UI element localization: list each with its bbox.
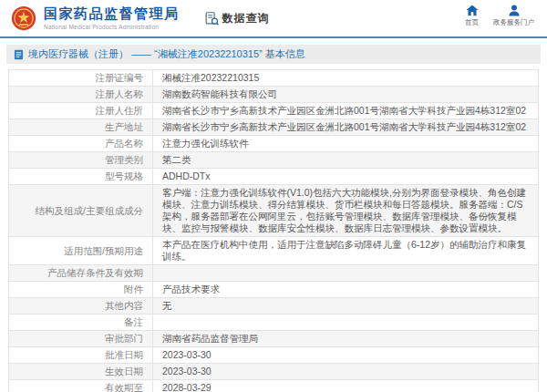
table-row: 生产地址湖南省长沙市宁乡高新技术产业园区金洲北路001号湖南省大学科技产业园4栋…: [9, 119, 539, 136]
row-label: 生效日期: [9, 364, 153, 380]
row-label: 注册证编号: [9, 70, 153, 87]
table-row: 注册人住所湖南省长沙市宁乡高新技术产业园区金洲北路001号湖南省大学科技产业园4…: [9, 103, 539, 119]
row-value: 2023-03-30: [153, 347, 539, 364]
nav-gov-portal-label: 政务服务门户: [493, 18, 534, 27]
row-label: 适用范围/预期用途: [9, 237, 153, 265]
row-value: 注意力强化训练软件: [153, 136, 539, 152]
table-row: 附件产品技术要求: [9, 282, 539, 298]
row-label: 注册人住所: [9, 103, 153, 119]
row-value: 湖南省长沙市宁乡高新技术产业园区金洲北路001号湖南省大学科技产业园4栋312室…: [153, 103, 539, 119]
row-label: 生产地址: [9, 119, 153, 136]
header-nav: 首页 政务服务门户: [465, 5, 534, 27]
page-header: 国家药品监督管理局 National Medical Products Admi…: [0, 0, 547, 38]
row-value: 湖南省药品监督管理局: [153, 331, 539, 347]
row-label: 批准日期: [9, 347, 153, 364]
row-label: 产品储存条件及有效期: [9, 265, 153, 282]
data-query-tab[interactable]: 数据查询: [205, 11, 270, 26]
row-label: 附件: [9, 282, 153, 298]
table-row: 备注: [9, 315, 539, 331]
org-name-en: National Medical Products Administration: [44, 24, 180, 30]
row-value: 第二类: [153, 152, 539, 169]
row-label: 型号规格: [9, 169, 153, 185]
table-row: 审批部门湖南省药品监督管理局: [9, 331, 539, 347]
breadcrumb-text: 境内医疗器械（注册） —— “湘械注准20232210315” 基本信息: [28, 47, 305, 61]
table-row: 生效日期2023-03-30: [9, 364, 539, 380]
row-value: 2023-03-30: [153, 364, 539, 380]
row-label: 备注: [9, 315, 153, 331]
row-label: 审批部门: [9, 331, 153, 347]
table-row: 型号规格ADHD-DTx: [9, 169, 539, 185]
nav-gov-portal[interactable]: 政务服务门户: [493, 5, 534, 27]
row-label: 其他内容: [9, 298, 153, 315]
row-value: [153, 315, 539, 331]
row-value: 产品技术要求: [153, 282, 539, 298]
user-icon: [508, 5, 521, 16]
row-value: 客户端：注意力强化训练软件(V1.0)包括六大功能模块,分别为界面登录模块、角色…: [153, 185, 539, 237]
row-value: [153, 265, 539, 282]
row-value: 本产品在医疗机构中使用，适用于注意缺陷多动障碍儿童（6-12岁）的辅助治疗和康复…: [153, 237, 539, 265]
row-value: 无: [153, 298, 539, 315]
table-row: 结构及组成/主要组成成分客户端：注意力强化训练软件(V1.0)包括六大功能模块,…: [9, 185, 539, 237]
org-name-cn: 国家药品监督管理局: [44, 6, 180, 22]
row-value: 2028-03-29: [153, 380, 539, 392]
table-row: 产品储存条件及有效期: [9, 265, 539, 282]
table-row: 注册证编号湘械注准20232210315: [9, 70, 539, 87]
row-value: 湖南数药智能科技有限公司: [153, 87, 539, 103]
table-row: 其他内容无: [9, 298, 539, 315]
table-row: 产品名称注意力强化训练软件: [9, 136, 539, 152]
row-label: 结构及组成/主要组成成分: [9, 185, 153, 237]
row-value: 湘械注准20232210315: [153, 70, 539, 87]
row-label: 注册人名称: [9, 87, 153, 103]
home-icon: [466, 5, 479, 16]
table-row: 有效期至2028-03-29: [9, 380, 539, 392]
national-emblem-icon: [11, 5, 36, 31]
breadcrumb: 境内医疗器械（注册） —— “湘械注准20232210315” 基本信息: [6, 45, 541, 64]
row-value: 湖南省长沙市宁乡高新技术产业园区金洲北路001号湖南省大学科技产业园4栋312室…: [153, 119, 539, 136]
nav-home[interactable]: 首页: [465, 5, 479, 27]
registration-info-table: 注册证编号湘械注准20232210315注册人名称湖南数药智能科技有限公司注册人…: [8, 69, 539, 392]
nav-home-label: 首页: [465, 18, 479, 27]
row-value: ADHD-DTx: [153, 169, 539, 185]
table-row: 批准日期2023-03-30: [9, 347, 539, 364]
org-title-block: 国家药品监督管理局 National Medical Products Admi…: [44, 6, 180, 30]
table-row: 管理类别第二类: [9, 152, 539, 169]
data-query-label: 数据查询: [222, 11, 270, 26]
row-label: 产品名称: [9, 136, 153, 152]
data-query-icon: [205, 12, 219, 26]
info-table-body: 注册证编号湘械注准20232210315注册人名称湖南数药智能科技有限公司注册人…: [9, 70, 539, 392]
row-label: 有效期至: [9, 380, 153, 392]
table-row: 适用范围/预期用途本产品在医疗机构中使用，适用于注意缺陷多动障碍儿童（6-12岁…: [9, 237, 539, 265]
table-row: 注册人名称湖南数药智能科技有限公司: [9, 87, 539, 103]
document-icon: [14, 49, 24, 60]
row-label: 管理类别: [9, 152, 153, 169]
